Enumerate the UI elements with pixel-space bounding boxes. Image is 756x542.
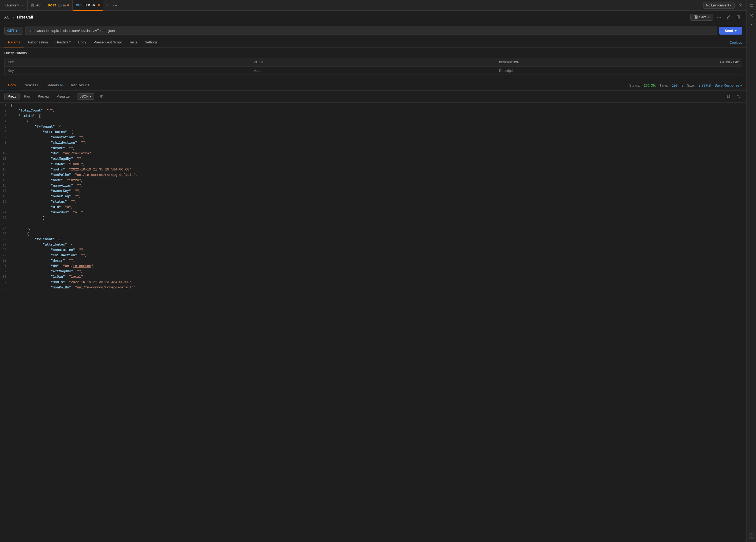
bulk-edit-button[interactable]: Bulk Edit: [726, 60, 739, 64]
line-number: 33: [0, 274, 10, 280]
line-content: }: [10, 220, 746, 226]
line-number: 21: [0, 210, 10, 215]
tab-get-dot: [98, 4, 100, 6]
profile-icon[interactable]: [737, 2, 744, 9]
line-number: 10: [0, 151, 10, 156]
resp-tab-body[interactable]: Body: [4, 80, 20, 90]
search-response-button[interactable]: [735, 93, 742, 100]
breadcrumb: ACI / First Call: [4, 15, 33, 19]
send-button[interactable]: Send ▾: [719, 27, 742, 35]
line-content: "annotation": "",: [10, 247, 746, 253]
line-number: 16: [0, 183, 10, 188]
save-chevron[interactable]: ▾: [708, 15, 710, 19]
more-actions-button[interactable]: •••: [715, 13, 723, 21]
line-content: "childAction": "",: [10, 253, 746, 258]
line-content: "descr": "",: [10, 145, 746, 151]
tab-aci[interactable]: ACI: [28, 0, 45, 11]
save-icon: [694, 15, 698, 19]
view-tab-raw[interactable]: Raw: [21, 93, 33, 100]
code-line: 2 "totalCount": "7",: [0, 108, 746, 113]
more-tabs-button[interactable]: •••: [111, 3, 119, 8]
line-content: "fvTenant": {: [10, 237, 746, 242]
response-stats: Status: 200 OK Time: 198 ms Size: 2.83 K…: [629, 83, 742, 87]
body-view-tabs: Pretty Raw Preview Visualize JSON ▾: [0, 91, 746, 103]
line-number: 31: [0, 263, 10, 269]
view-tab-visualize[interactable]: Visualize: [54, 93, 73, 100]
code-line: 8 "childAction": "",: [0, 140, 746, 145]
settings-icon[interactable]: [748, 21, 755, 29]
line-number: 18: [0, 194, 10, 199]
info-icon-sidebar[interactable]: i: [748, 532, 755, 540]
param-desc-input[interactable]: [499, 69, 739, 73]
line-number: 29: [0, 253, 10, 258]
resp-tab-headers[interactable]: Headers14: [42, 80, 66, 90]
line-number: 3: [0, 113, 10, 119]
line-number: 26: [0, 237, 10, 242]
info-circle: i: [749, 533, 754, 539]
line-content: },: [10, 226, 746, 231]
req-tabs-right: Cookies: [729, 40, 742, 44]
cookies-button[interactable]: Cookies: [729, 40, 742, 44]
svg-rect-13: [727, 95, 729, 98]
svg-rect-0: [750, 4, 753, 7]
line-number: 5: [0, 124, 10, 129]
add-tab-button[interactable]: +: [103, 3, 111, 8]
tab-post-login-label: Login: [58, 3, 66, 7]
line-number: 1: [0, 103, 10, 108]
req-tab-tests[interactable]: Tests: [125, 38, 141, 47]
line-number: 13: [0, 167, 10, 172]
save-button[interactable]: Save ▾: [690, 14, 713, 21]
line-number: 27: [0, 242, 10, 247]
code-line: 27 "attributes": {: [0, 242, 746, 247]
copy-response-button[interactable]: [725, 93, 732, 100]
breadcrumb-current: First Call: [17, 15, 33, 19]
comment-icon[interactable]: [748, 2, 755, 10]
resp-tab-cookies[interactable]: Cookies1: [20, 80, 42, 90]
view-tab-pretty[interactable]: Pretty: [4, 93, 20, 100]
line-number: 28: [0, 247, 10, 253]
svg-point-4: [740, 4, 741, 5]
line-number: 7: [0, 135, 10, 140]
resp-tab-test-results[interactable]: Test Results: [66, 80, 93, 90]
code-line: 21 "userdom": "all": [0, 210, 746, 215]
tab-get-first-call-label: First Call: [84, 3, 96, 7]
req-tab-params[interactable]: Params: [4, 38, 24, 47]
param-value-input[interactable]: [254, 69, 493, 73]
line-number: 6: [0, 129, 10, 135]
url-input[interactable]: [25, 27, 717, 35]
req-tab-authorization[interactable]: Authorization: [24, 38, 52, 47]
req-tab-headers[interactable]: Headers7: [52, 38, 74, 47]
environment-select[interactable]: No Environment ▾: [703, 2, 735, 9]
format-selector[interactable]: JSON ▾: [77, 93, 94, 100]
save-response-button[interactable]: Save Response ▾: [715, 83, 742, 87]
filter-icon[interactable]: [98, 93, 105, 100]
breadcrumb-sep: /: [13, 15, 14, 19]
method-selector[interactable]: GET ▾: [4, 27, 23, 35]
code-line: 35 "monPolDn": "uni/tn-common/monepg-def…: [0, 285, 746, 290]
beautify-icon[interactable]: [748, 12, 755, 19]
params-empty-row: [5, 67, 742, 75]
req-tab-body[interactable]: Body: [74, 38, 90, 47]
edit-icon[interactable]: [725, 13, 732, 21]
line-content: "attributes": {: [10, 129, 746, 135]
code-line: 7 "annotation": "",: [0, 135, 746, 140]
col-more-icon[interactable]: •••: [720, 60, 724, 65]
code-line: 11 "extMngdBy": "",: [0, 156, 746, 162]
req-tab-settings[interactable]: Settings: [141, 38, 161, 47]
tab-post-login[interactable]: POST Login: [45, 0, 73, 11]
tab-overview-close[interactable]: ×: [20, 3, 24, 7]
line-number: 8: [0, 140, 10, 145]
tab-overview[interactable]: Overview ×: [2, 0, 28, 11]
line-content: {: [10, 119, 746, 124]
tab-get-first-call[interactable]: GET First Call: [73, 0, 103, 11]
doc-icon[interactable]: [735, 13, 742, 21]
code-line: 15 "name": "infra",: [0, 178, 746, 183]
line-number: 9: [0, 145, 10, 151]
line-content: {: [10, 231, 746, 237]
line-number: 17: [0, 188, 10, 194]
line-number: 14: [0, 172, 10, 178]
view-tab-preview[interactable]: Preview: [35, 93, 53, 100]
line-number: 32: [0, 269, 10, 274]
param-key-input[interactable]: [8, 69, 247, 73]
req-tab-pre-request[interactable]: Pre-request Script: [90, 38, 126, 47]
